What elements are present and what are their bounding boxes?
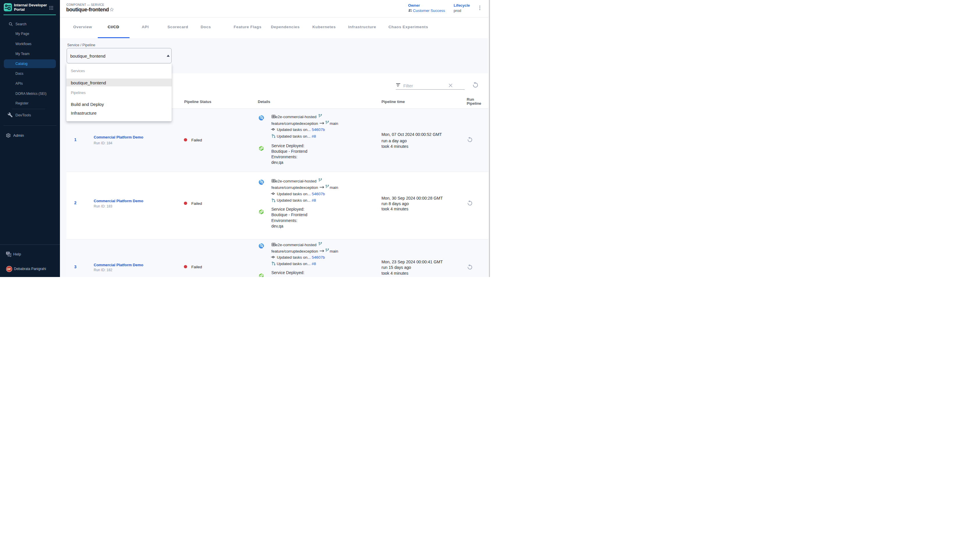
svg-text:?: ? <box>7 252 9 255</box>
